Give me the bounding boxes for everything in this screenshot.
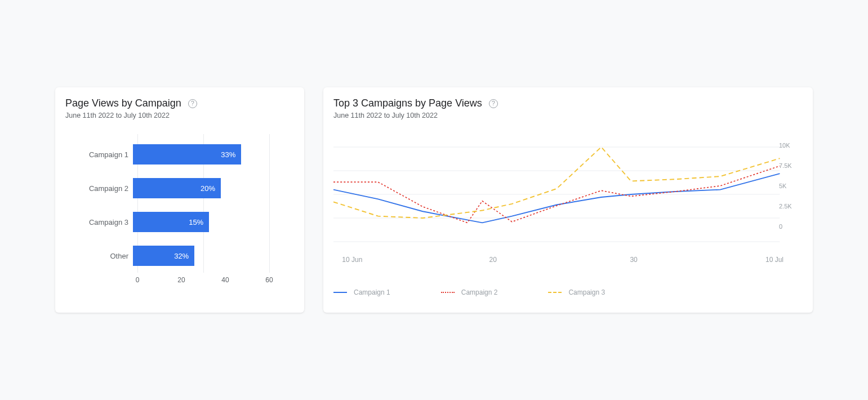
bar-row: Campaign 2 20% [65,171,294,205]
help-icon[interactable]: ? [188,99,197,108]
bar-label: Other [65,252,133,260]
legend-item: Campaign 1 [333,288,390,296]
legend: Campaign 1 Campaign 2 Campaign 3 [333,288,803,296]
legend-swatch-icon [548,292,562,293]
x-tick: 10 Jun [342,256,362,264]
y-tick: 2.5K [779,203,792,210]
card-title: Top 3 Campaigns by Page Views [333,97,482,109]
legend-item: Campaign 2 [441,288,498,296]
legend-swatch-icon [441,292,455,293]
bar-value: 15% [189,218,203,226]
y-tick: 7.5K [779,162,792,169]
legend-label: Campaign 2 [461,288,498,296]
y-tick: 10K [779,142,790,149]
bar-x-tick: 60 [265,276,273,284]
bar-x-tick: 40 [221,276,229,284]
y-tick: 0 [779,223,782,230]
x-tick: 30 [630,256,637,264]
card-subtitle: June 11th 2022 to July 10th 2022 [333,112,803,119]
x-tick: 20 [489,256,497,264]
bar-label: Campaign 1 [65,150,133,159]
top-campaigns-card: Top 3 Campaigns by Page Views ? June 11t… [323,87,813,313]
card-subtitle: June 11th 2022 to July 10th 2022 [65,112,294,119]
legend-swatch-icon [333,292,347,293]
line-x-axis: 10 Jun 20 30 10 Jul [333,256,803,272]
bar-value: 20% [201,184,215,193]
bar-row: Other 32% [65,239,294,273]
y-tick: 5K [779,183,786,189]
legend-item: Campaign 3 [548,288,605,296]
page-views-by-campaign-card: Page Views by Campaign ? June 11th 2022 … [55,87,304,313]
bar-value: 32% [174,252,189,260]
bar-x-tick: 20 [177,276,185,284]
bar-row: Campaign 1 33% [65,137,294,171]
legend-label: Campaign 1 [354,288,390,296]
bar-label: Campaign 2 [65,184,133,193]
line-chart: 10K 7.5K 5K 2.5K 0 [333,135,803,254]
series-campaign-1 [333,174,780,223]
line-y-axis: 10K 7.5K 5K 2.5K 0 [779,135,802,237]
bar-value: 33% [221,150,235,159]
legend-label: Campaign 3 [568,288,605,296]
bar-chart: Campaign 1 33% Campaign 2 20% Campaign 3… [65,137,294,290]
series-campaign-3 [333,147,780,218]
bar-row: Campaign 3 15% [65,205,294,239]
card-title: Page Views by Campaign [65,97,181,109]
help-icon[interactable]: ? [489,99,498,108]
bar-x-tick: 0 [136,276,140,284]
x-tick: 10 Jul [765,256,784,264]
bar-label: Campaign 3 [65,218,133,226]
